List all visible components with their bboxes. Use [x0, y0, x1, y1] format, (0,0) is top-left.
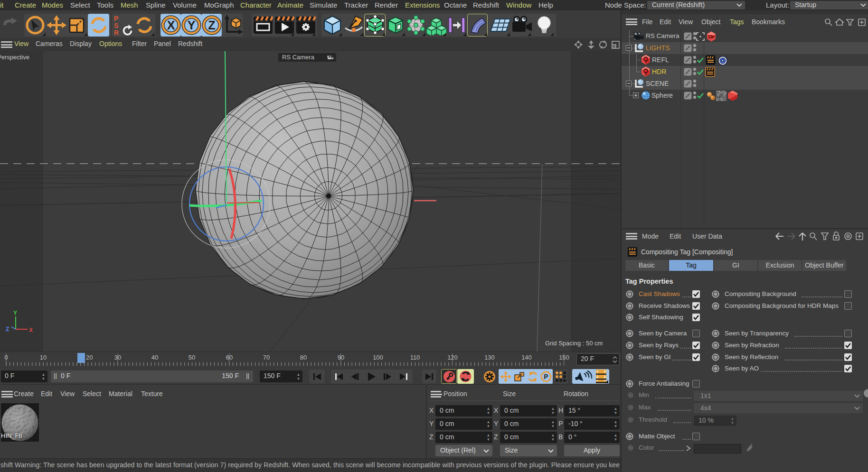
svg-text:50: 50: [189, 354, 195, 361]
svg-text:X: X: [29, 327, 33, 333]
svg-text:0: 0: [4, 354, 8, 361]
svg-text:80: 80: [300, 354, 307, 361]
svg-text:130: 130: [484, 354, 495, 361]
svg-text:20: 20: [86, 354, 93, 361]
svg-text:70: 70: [263, 354, 270, 361]
svg-text:110: 110: [410, 354, 420, 361]
svg-text:Y: Y: [13, 310, 17, 316]
svg-text:10: 10: [40, 354, 47, 361]
svg-text:Y: Y: [187, 19, 195, 32]
svg-text:150: 150: [559, 354, 569, 361]
svg-text:X: X: [167, 19, 175, 32]
svg-text:P: P: [114, 15, 118, 22]
svg-text:P: P: [544, 373, 548, 380]
svg-text:R: R: [114, 29, 119, 36]
svg-text:140: 140: [521, 354, 532, 361]
svg-text:Grid Spacing : 50 cm: Grid Spacing : 50 cm: [545, 340, 603, 347]
svg-text:100: 100: [373, 354, 383, 361]
svg-text:40: 40: [151, 354, 158, 361]
svg-text:60: 60: [226, 354, 233, 361]
svg-text:Perspective: Perspective: [0, 54, 29, 61]
svg-text:30: 30: [114, 354, 121, 361]
svg-text:S: S: [114, 22, 118, 29]
svg-text:Z: Z: [6, 326, 9, 333]
svg-text:120: 120: [447, 354, 458, 361]
svg-text:90: 90: [338, 354, 344, 361]
svg-text:Z: Z: [208, 19, 215, 32]
